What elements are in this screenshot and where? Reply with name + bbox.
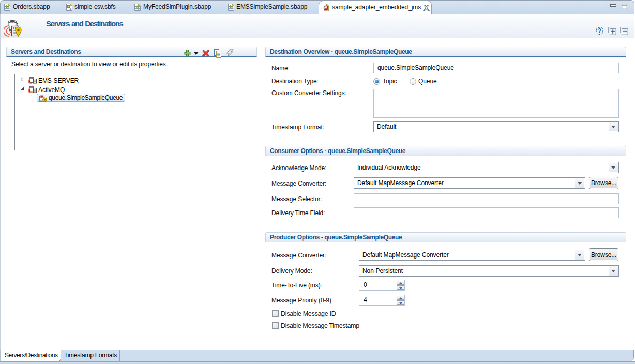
- svg-text:?: ?: [598, 27, 601, 34]
